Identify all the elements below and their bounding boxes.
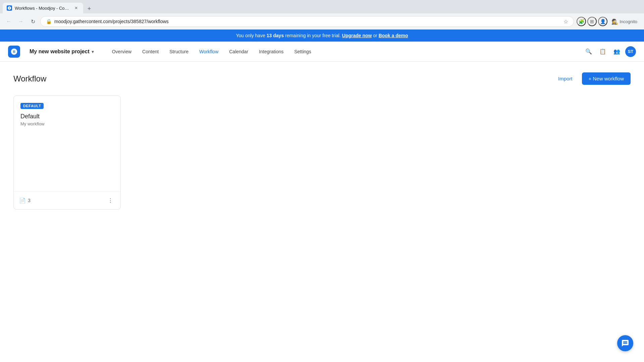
nav-item-calendar[interactable]: Calendar [224,46,253,57]
workflow-menu-button[interactable]: ⋮ [106,196,115,205]
workflow-card-footer: 📄 3 ⋮ [14,191,120,209]
page-title: Workflow [13,74,46,83]
calendar-check-button[interactable]: 📋 [597,46,608,57]
nav-item-structure[interactable]: Structure [165,46,193,57]
tab-title: Workflows - Moodjoy - Conten... [15,6,70,11]
tab-favicon [7,5,12,11]
page-header: Workflow Import + New workflow [13,72,631,85]
workflow-card[interactable]: DEFAULT Default My workflow 📄 3 ⋮ [13,96,121,209]
star-icon[interactable]: ☆ [564,18,568,25]
project-selector[interactable]: My new website project ▾ [27,47,97,57]
nav-bar: ← → ↻ 🔒 moodjoy.gathercontent.com/projec… [0,13,644,29]
workflow-card-body: DEFAULT Default My workflow [14,96,120,191]
nav-item-content[interactable]: Content [138,46,163,57]
banner-text-start: You only have [236,33,266,38]
project-name: My new website project [30,49,90,55]
incognito-badge[interactable]: 🕵 Incognito [609,17,640,26]
nav-item-workflow[interactable]: Workflow [195,46,223,57]
nav-item-overview[interactable]: Overview [107,46,136,57]
tab-bar: Workflows - Moodjoy - Conten... ✕ + [0,0,644,13]
browser-chrome: Workflows - Moodjoy - Conten... ✕ + ← → … [0,0,644,29]
banner-text-mid: remaining in your free trial. [284,33,342,38]
upgrade-link[interactable]: Upgrade now [342,33,372,38]
tab-close-button[interactable]: ✕ [73,5,79,11]
nav-actions: 🧩 ⊞ 👤 🕵 Incognito [577,17,640,26]
workflow-card-description: My workflow [20,121,114,126]
app-nav: Overview Content Structure Workflow Cale… [107,46,576,57]
trial-banner: You only have 13 days remaining in your … [0,29,644,42]
page-actions: Import + New workflow [553,72,631,85]
forward-button[interactable]: → [16,17,25,26]
trial-days: 13 days [267,33,284,38]
avatar[interactable]: ST [625,46,636,57]
new-tab-button[interactable]: + [85,4,94,13]
nav-item-integrations[interactable]: Integrations [254,46,288,57]
workflow-grid: DEFAULT Default My workflow 📄 3 ⋮ [13,96,631,209]
header-actions: 🔍 📋 👥 ST [583,46,636,57]
search-button[interactable]: 🔍 [583,46,594,57]
lock-icon: 🔒 [46,19,52,24]
app-logo[interactable] [8,46,20,58]
active-tab[interactable]: Workflows - Moodjoy - Conten... ✕ [3,3,83,13]
incognito-icon: 🕵 [611,18,618,25]
chat-button[interactable] [617,335,633,351]
app-header: My new website project ▾ Overview Conten… [0,42,644,62]
workflow-default-badge: DEFAULT [20,103,44,109]
import-button[interactable]: Import [553,73,578,84]
document-icon: 📄 [19,197,26,204]
address-bar[interactable]: 🔒 moodjoy.gathercontent.com/projects/385… [40,16,574,27]
nav-item-settings[interactable]: Settings [289,46,316,57]
profile-icon[interactable]: 👤 [598,17,607,26]
url-text: moodjoy.gathercontent.com/projects/38582… [54,19,561,24]
workflow-count: 📄 3 [19,197,31,204]
workflow-count-value: 3 [28,198,31,203]
incognito-label: Incognito [620,19,637,24]
back-button[interactable]: ← [4,17,13,26]
people-button[interactable]: 👥 [611,46,623,57]
customize-icon[interactable]: ⊞ [587,17,597,26]
new-workflow-button[interactable]: + New workflow [582,72,631,85]
workflow-card-title: Default [20,113,114,120]
page-content: Workflow Import + New workflow DEFAULT D… [0,62,644,220]
extensions-icon[interactable]: 🧩 [577,17,586,26]
book-demo-link[interactable]: Book a demo [379,33,408,38]
chevron-down-icon: ▾ [92,49,94,54]
reload-button[interactable]: ↻ [28,17,38,26]
banner-or: or [372,33,378,38]
